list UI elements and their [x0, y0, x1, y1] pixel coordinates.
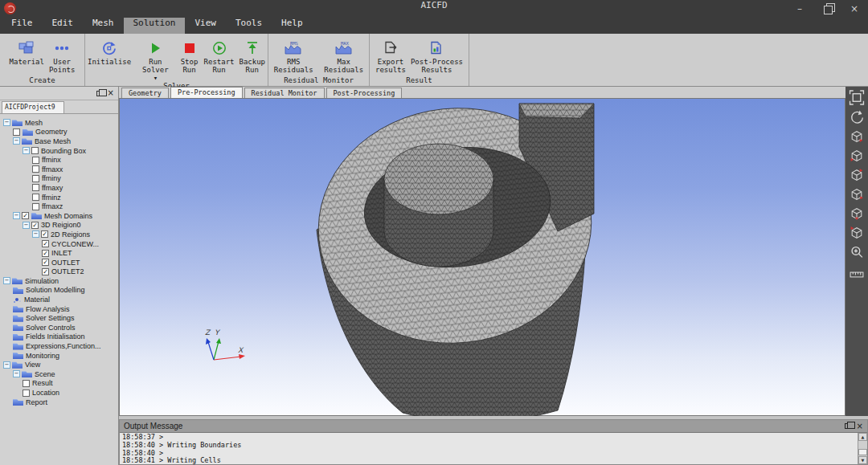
tree-item-mesh-domains[interactable]: −✓Mesh Domains: [0, 211, 118, 221]
view-iso-button[interactable]: [849, 130, 865, 145]
scroll-down-icon[interactable]: ▼: [858, 456, 867, 464]
backup-run-button[interactable]: Backup Run: [236, 36, 268, 74]
collapse-icon[interactable]: −: [13, 137, 20, 145]
tree-item-ffmaxx[interactable]: ffmaxx: [0, 165, 118, 174]
tree-item-solver-controls[interactable]: Solver Controls: [0, 323, 118, 332]
view-right-button[interactable]: [849, 207, 865, 222]
tree-item-2d-reigions[interactable]: −✓2D Reigions: [0, 230, 118, 239]
tree-item-base-mesh[interactable]: −Base Mesh: [0, 137, 118, 146]
checkbox-checked[interactable]: ✓: [42, 259, 49, 266]
collapse-icon[interactable]: −: [23, 147, 30, 154]
view-left-button[interactable]: [849, 188, 865, 203]
tab-geometry[interactable]: Geometry: [121, 88, 169, 98]
tab-post-processing[interactable]: Post-Processing: [326, 88, 403, 98]
tree-item-ffminz[interactable]: ffminz: [0, 193, 118, 202]
checkbox-unchecked[interactable]: [32, 175, 39, 182]
tree-item-ffmaxz[interactable]: ffmaxz: [0, 202, 118, 211]
collapse-icon[interactable]: −: [13, 370, 20, 377]
checkbox-unchecked[interactable]: [32, 157, 39, 164]
zoom-area-button[interactable]: [849, 246, 865, 261]
ruler-button[interactable]: [849, 265, 865, 280]
tree-item-ffmaxy[interactable]: ffmaxy: [0, 183, 118, 193]
tree-item-view[interactable]: −View: [0, 360, 118, 369]
menu-view[interactable]: View: [185, 18, 226, 34]
run-solver-button[interactable]: Run Solver ▾: [133, 36, 177, 82]
close-panel-icon[interactable]: ×: [108, 89, 114, 97]
collapse-icon[interactable]: −: [3, 361, 10, 369]
checkbox-unchecked[interactable]: [32, 194, 39, 201]
material-button[interactable]: Material: [7, 36, 47, 66]
tree-item-monitoring[interactable]: Monitoring: [0, 351, 118, 361]
restart-run-button[interactable]: Restart Run: [202, 36, 237, 74]
collapse-icon[interactable]: −: [32, 230, 39, 238]
menu-tools[interactable]: Tools: [226, 18, 272, 34]
checkbox-unchecked[interactable]: [32, 184, 39, 191]
post-process-results-button[interactable]: Post-Process Results: [408, 36, 465, 74]
menu-mesh[interactable]: Mesh: [83, 18, 124, 34]
menu-file[interactable]: File: [2, 18, 43, 34]
checkbox-unchecked[interactable]: [23, 390, 30, 397]
collapse-icon[interactable]: −: [23, 222, 30, 229]
tree-item-material[interactable]: Material: [0, 295, 118, 304]
checkbox-unchecked[interactable]: [32, 165, 39, 173]
tree-item-expressions-function[interactable]: Expressions,Function...: [0, 341, 118, 351]
tree-item-report[interactable]: Report: [0, 398, 118, 407]
float-panel-icon[interactable]: [96, 91, 103, 96]
close-panel-icon[interactable]: ×: [857, 422, 863, 430]
rotate-view-button[interactable]: [849, 111, 865, 126]
tree-item-cyclonew[interactable]: ✓CYCLONEW...: [0, 239, 118, 249]
checkbox-unchecked[interactable]: [32, 203, 39, 210]
user-points-button[interactable]: User Points: [47, 36, 78, 74]
checkbox-unchecked[interactable]: [23, 380, 30, 387]
tree-item-3d-reigion0[interactable]: −✓3D Reigion0: [0, 221, 118, 230]
menu-edit[interactable]: Edit: [43, 18, 84, 34]
viewport-3d[interactable]: X Y Z: [119, 98, 845, 416]
tree-item-location[interactable]: Location: [0, 388, 118, 398]
tree-item-bounding-box[interactable]: −Bounding Box: [0, 146, 118, 156]
tree-item-outlet2[interactable]: ✓OUTLET2: [0, 267, 118, 277]
initialise-button[interactable]: Initialise: [85, 36, 133, 66]
collapse-icon[interactable]: −: [3, 277, 10, 284]
scroll-up-icon[interactable]: ▲: [858, 433, 867, 441]
menu-solution[interactable]: Solution: [124, 18, 186, 34]
checkbox-checked[interactable]: ✓: [42, 250, 49, 257]
tree-item-fields-initialisation[interactable]: Fields Initialisation: [0, 332, 118, 342]
close-button[interactable]: ×: [841, 0, 868, 18]
tree-item-inlet[interactable]: ✓INLET: [0, 248, 118, 258]
checkbox-checked[interactable]: ✓: [31, 222, 39, 229]
collapse-icon[interactable]: −: [3, 119, 10, 126]
tree-item-result[interactable]: Result: [0, 379, 118, 389]
checkbox-checked[interactable]: ✓: [22, 212, 29, 219]
minimize-button[interactable]: –: [786, 0, 813, 18]
tree-item-simulation[interactable]: −Simulation: [0, 276, 118, 286]
maximize-button[interactable]: [813, 0, 841, 18]
scroll-thumb[interactable]: [858, 449, 867, 455]
tab-pre-processing[interactable]: Pre-Processing: [170, 87, 243, 98]
export-results-button[interactable]: Export results: [373, 36, 408, 74]
collapse-icon[interactable]: −: [13, 212, 20, 219]
view-top-button[interactable]: [849, 226, 865, 242]
tree-item-ffminy[interactable]: ffminy: [0, 174, 118, 184]
tree-item-outlet[interactable]: ✓OUTLET: [0, 258, 118, 267]
checkbox-checked[interactable]: ✓: [42, 268, 49, 275]
checkbox-checked[interactable]: ✓: [42, 240, 49, 247]
tree-item-solver-settings[interactable]: Solver Settings: [0, 313, 118, 323]
menu-help[interactable]: Help: [272, 18, 313, 34]
tree-item-geometry[interactable]: Geometry: [0, 128, 118, 137]
stop-run-button[interactable]: Stop Run: [178, 36, 202, 74]
rms-residuals-button[interactable]: RMSRMS Residuals: [268, 36, 319, 74]
view-back-button[interactable]: [849, 169, 865, 184]
tree-item-ffminx[interactable]: ffminx: [0, 155, 118, 165]
tree-item-mesh[interactable]: −Mesh: [0, 118, 118, 128]
checkbox-checked[interactable]: ✓: [41, 230, 48, 238]
tree-item-scene[interactable]: −Scene: [0, 369, 118, 379]
checkbox-unchecked[interactable]: [13, 128, 20, 136]
tree-item-solution-modelling[interactable]: Solution Modelling: [0, 286, 118, 296]
max-residuals-button[interactable]: MAXMax Residuals: [319, 36, 370, 74]
view-front-button[interactable]: [849, 149, 865, 165]
fit-view-button[interactable]: [849, 92, 865, 107]
tree-item-flow-analysis[interactable]: Flow Analysis: [0, 304, 118, 314]
tab-residual-monitor[interactable]: Residual Monitor: [244, 88, 325, 98]
float-panel-icon[interactable]: [845, 423, 851, 429]
output-scrollbar[interactable]: ▲ ▼: [858, 433, 867, 464]
